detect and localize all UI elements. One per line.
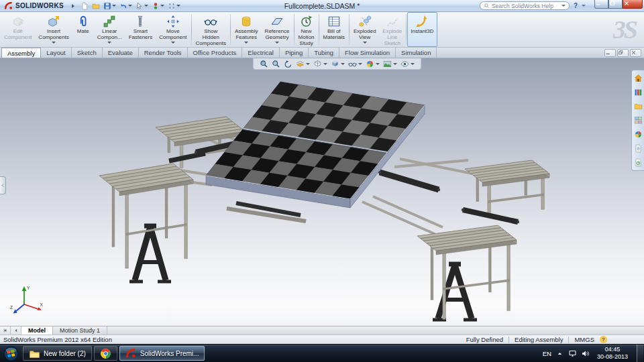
document-recovery-tab[interactable] bbox=[634, 158, 643, 167]
zoom-fit-button[interactable] bbox=[260, 60, 268, 68]
appearances-scenes-tab[interactable] bbox=[634, 130, 643, 139]
qa-save-button[interactable] bbox=[103, 2, 117, 10]
document-restore-button[interactable] bbox=[617, 49, 629, 57]
help-button[interactable]: ? bbox=[573, 2, 578, 9]
ribbon-button-label: New Motion Study bbox=[299, 29, 315, 46]
zoom-area-button[interactable] bbox=[272, 60, 280, 68]
tab-layout[interactable]: Layout bbox=[41, 48, 72, 58]
minimize-button[interactable] bbox=[594, 0, 608, 9]
tab-nav-first-button[interactable] bbox=[0, 326, 11, 335]
ribbon-button-move-component[interactable]: Move Component bbox=[156, 12, 190, 47]
solidworks-application-window: SOLIDWORKS Fullcomplete.SLDASM * Search … bbox=[0, 0, 644, 362]
document-window-controls bbox=[604, 48, 644, 58]
tab-nav-prev-button[interactable] bbox=[11, 326, 21, 335]
tab-simulation[interactable]: Simulation bbox=[396, 48, 437, 58]
qa-new-document-button[interactable] bbox=[80, 2, 89, 10]
edit-appearance-icon bbox=[366, 60, 374, 68]
ribbon-button-new-motion-study[interactable]: New Motion Study bbox=[295, 12, 318, 47]
qa-select-cursor-button[interactable] bbox=[135, 2, 149, 10]
qa-options-grid-button[interactable] bbox=[167, 2, 181, 10]
help-search-box[interactable]: Search SolidWorks Help bbox=[480, 1, 570, 10]
taskbar-button-new-folder-2[interactable]: New folder (2) bbox=[23, 346, 92, 361]
ribbon-button-exploded-view[interactable]: Exploded View bbox=[350, 12, 379, 47]
hide-show-items-button[interactable] bbox=[348, 60, 362, 68]
start-button[interactable] bbox=[0, 345, 21, 362]
ribbon-button-label: Edit Component bbox=[4, 29, 32, 41]
view-settings-button[interactable] bbox=[400, 60, 415, 68]
tab-office-products[interactable]: Office Products bbox=[188, 48, 243, 58]
ribbon-button-edit-component[interactable]: Edit Component bbox=[1, 12, 35, 47]
explode-line-sketch-icon bbox=[386, 15, 399, 28]
design-library-tab[interactable] bbox=[634, 88, 643, 97]
clock[interactable]: 04:45 30-08-2013 bbox=[594, 346, 631, 361]
close-button[interactable] bbox=[623, 0, 643, 9]
assembly-features-icon bbox=[239, 15, 253, 28]
network-icon[interactable] bbox=[568, 349, 577, 358]
ribbon-group-separator bbox=[319, 14, 319, 45]
file-explorer-tab[interactable] bbox=[634, 102, 643, 111]
ribbon-button-instant3d[interactable]: Instant3D bbox=[407, 12, 437, 47]
tab-assembly[interactable]: Assembly bbox=[1, 48, 41, 58]
ribbon-button-reference-geometry[interactable]: Reference Geometry bbox=[262, 12, 293, 47]
document-minimize-button[interactable] bbox=[604, 49, 616, 57]
taskbar-button-chrome[interactable] bbox=[94, 346, 117, 361]
view-orientation-button[interactable] bbox=[313, 60, 327, 68]
ribbon-button-smart-fasteners[interactable]: Smart Fasteners bbox=[125, 12, 156, 47]
apply-scene-button[interactable] bbox=[383, 60, 397, 68]
ribbon-button-insert-components[interactable]: Insert Components bbox=[35, 12, 72, 47]
model-tab-bar: ModelMotion Study 1 bbox=[0, 326, 644, 335]
status-fully-defined: Fully Defined bbox=[466, 336, 503, 343]
ribbon-button-bill-of-materials[interactable]: Bill of Materials bbox=[320, 12, 348, 47]
ribbon-group-separator bbox=[406, 14, 407, 45]
hidden-icons-button[interactable] bbox=[555, 349, 564, 358]
edit-appearance-button[interactable] bbox=[366, 60, 380, 68]
open-folder-icon bbox=[92, 2, 100, 10]
tab-evaluate[interactable]: Evaluate bbox=[103, 48, 139, 58]
show-desktop-button[interactable] bbox=[637, 345, 643, 362]
picnic-table-assembly-model[interactable]: YXZ bbox=[0, 58, 644, 326]
display-style-button[interactable] bbox=[331, 60, 345, 68]
section-view-button[interactable] bbox=[296, 60, 310, 68]
solidworks-resources-tab[interactable] bbox=[634, 74, 643, 82]
qa-rebuild-button[interactable] bbox=[151, 2, 165, 10]
ribbon-button-explode-line-sketch[interactable]: Explode Line Sketch bbox=[379, 12, 405, 47]
custom-properties-tab[interactable] bbox=[634, 144, 643, 153]
model-tab-model[interactable]: Model bbox=[21, 326, 53, 335]
linear-pattern-icon bbox=[103, 15, 116, 28]
dassault-systemes-watermark: 3S bbox=[613, 13, 636, 46]
ribbon-button-show-hidden-components[interactable]: Show Hidden Components bbox=[193, 12, 229, 47]
tab-flow-simulation[interactable]: Flow Simulation bbox=[339, 48, 396, 58]
tab-sketch[interactable]: Sketch bbox=[72, 48, 103, 58]
maximize-button[interactable] bbox=[608, 0, 623, 9]
model-tab-motion-study-1[interactable]: Motion Study 1 bbox=[53, 326, 107, 335]
ribbon-button-assembly-features[interactable]: Assembly Features bbox=[231, 12, 262, 47]
ribbon-button-label: Instant3D bbox=[411, 29, 433, 35]
options-grid-icon bbox=[168, 2, 176, 10]
view-palette-tab[interactable] bbox=[634, 116, 643, 125]
volume-icon[interactable] bbox=[581, 349, 590, 358]
language-indicator[interactable]: EN bbox=[543, 350, 551, 357]
taskbar-button-solidworks-premi[interactable]: SolidWorks Premi... bbox=[119, 346, 205, 361]
new-motion-study-icon bbox=[300, 15, 313, 28]
tab-render-tools[interactable]: Render Tools bbox=[139, 48, 188, 58]
exploded-view-icon bbox=[358, 15, 372, 28]
search-chevron-down-icon[interactable] bbox=[561, 5, 566, 7]
dropdown-caret-icon bbox=[275, 42, 279, 44]
previous-view-button[interactable] bbox=[284, 60, 292, 68]
ribbon-button-label: Exploded View bbox=[354, 29, 376, 41]
qa-open-folder-button[interactable] bbox=[91, 2, 101, 10]
document-close-button[interactable] bbox=[630, 49, 641, 57]
status-bar: SolidWorks Premium 2012 x64 Edition Full… bbox=[0, 335, 644, 344]
qa-menu-expand-caret-button[interactable] bbox=[68, 2, 78, 10]
tab-piping[interactable]: Piping bbox=[280, 48, 309, 58]
help-caret-icon[interactable] bbox=[582, 5, 586, 7]
tab-electrical[interactable]: Electrical bbox=[242, 48, 280, 58]
ribbon-button-label: Reference Geometry bbox=[265, 29, 290, 41]
ribbon-button-mate[interactable]: Mate bbox=[72, 12, 94, 47]
ribbon-button-linear-compon[interactable]: Linear Compon... bbox=[94, 12, 125, 47]
previous-view-icon bbox=[284, 60, 292, 68]
collapsed-panel-tab[interactable] bbox=[0, 176, 6, 194]
qa-undo-button[interactable] bbox=[119, 2, 133, 10]
status-help-icon[interactable]: ? bbox=[600, 336, 607, 343]
tab-tubing[interactable]: Tubing bbox=[309, 48, 339, 58]
